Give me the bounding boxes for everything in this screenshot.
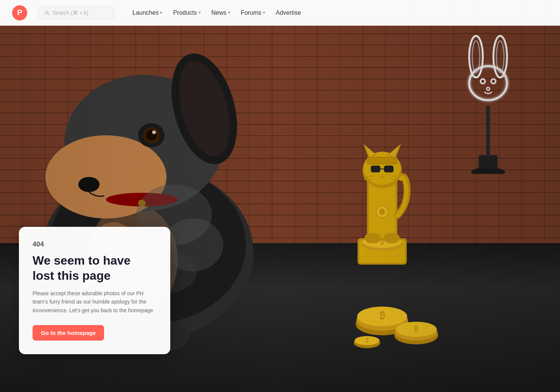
go-to-homepage-button[interactable]: Go to the homepage	[33, 325, 104, 341]
search-icon	[44, 10, 50, 15]
chevron-down-icon: ▾	[228, 10, 230, 15]
search-placeholder: Search (⌘ + k)	[53, 10, 89, 16]
error-title: We seem to have lost this page	[33, 253, 157, 283]
logo-icon: P	[12, 5, 27, 20]
svg-line-1	[48, 14, 49, 15]
nav-item-launches[interactable]: Launches ▾	[128, 6, 167, 19]
nav-links: Launches ▾ Products ▾ News ▾ Forums ▾ Ad…	[128, 6, 305, 19]
nav-launches-label: Launches	[132, 9, 159, 16]
hero-section: ₿	[0, 0, 560, 392]
error-card: 404 We seem to have lost this page Pleas…	[19, 227, 170, 354]
chevron-down-icon: ▾	[160, 10, 162, 15]
nav-item-products[interactable]: Products ▾	[168, 6, 205, 19]
nav-advertise-label: Advertise	[276, 9, 301, 16]
chevron-down-icon: ▾	[263, 10, 265, 15]
search-bar[interactable]: Search (⌘ + k)	[39, 6, 114, 19]
nav-news-label: News	[212, 9, 227, 16]
error-description: Please accept these adorable photos of o…	[33, 289, 157, 315]
nav-item-advertise[interactable]: Advertise	[271, 6, 306, 19]
nav-item-news[interactable]: News ▾	[207, 6, 235, 19]
error-code: 404	[33, 240, 157, 248]
nav-item-forums[interactable]: Forums ▾	[236, 6, 270, 19]
nav-products-label: Products	[173, 9, 197, 16]
nav-forums-label: Forums	[241, 9, 261, 16]
navbar: P Search (⌘ + k) Launches ▾ Products ▾ N…	[0, 0, 560, 26]
logo-link[interactable]: P	[12, 5, 27, 20]
chevron-down-icon: ▾	[199, 10, 201, 15]
